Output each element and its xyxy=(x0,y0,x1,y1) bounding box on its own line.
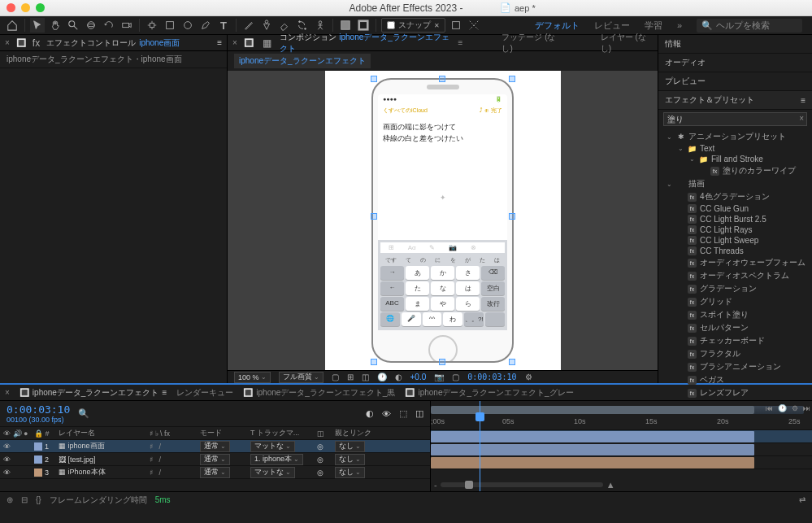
effect-item[interactable]: fxグラデーション xyxy=(658,282,812,295)
panel-menu-icon[interactable]: × xyxy=(232,38,237,47)
tl-zoom-in-icon[interactable]: ▲ xyxy=(603,480,619,490)
snap-option-2-icon[interactable] xyxy=(467,18,481,33)
camera-tool-icon[interactable] xyxy=(119,18,134,33)
clone-tool-icon[interactable] xyxy=(259,18,274,33)
quality-dropdown[interactable]: フル画質 xyxy=(279,372,323,383)
puppet-tool-icon[interactable] xyxy=(313,18,328,33)
tl-opt-icon[interactable]: ◐ xyxy=(366,408,374,419)
effect-controls-tab[interactable]: エフェクトコントロール iphone画面 xyxy=(46,37,180,49)
snap-checkbox[interactable] xyxy=(387,21,395,29)
tl-toggle-3-icon[interactable]: {} xyxy=(36,495,41,504)
effect-item[interactable]: fx4色グラデーション xyxy=(658,190,812,203)
orbit-tool-icon[interactable] xyxy=(84,18,98,33)
vf-channel-icon[interactable]: ▢ xyxy=(452,373,459,381)
tab-options-icon[interactable]: ≡ xyxy=(458,38,463,47)
vf-snapshot-icon[interactable]: 📷 xyxy=(434,373,444,381)
vf-mask-icon[interactable]: ◫ xyxy=(362,373,369,381)
exposure-value[interactable]: +0.0 xyxy=(410,373,427,381)
hand-tool-icon[interactable] xyxy=(48,18,63,33)
effect-item[interactable]: fxセルパターン xyxy=(658,321,812,334)
effect-item[interactable]: ⌄✱アニメーションプリセット xyxy=(658,130,812,143)
timeline-tab-0[interactable]: 🔳 iphoneデータ_ラクーンエフェクト ≡ xyxy=(20,387,167,399)
selection-tool-icon[interactable] xyxy=(30,18,45,33)
tl-toggle-1-icon[interactable]: ⊕ xyxy=(7,495,13,504)
maximize-button[interactable] xyxy=(36,3,45,12)
snap-toggle[interactable]: スナップ ✕ xyxy=(381,18,445,33)
workspace-default[interactable]: デフォルト xyxy=(535,20,580,32)
timeline-track[interactable] xyxy=(431,456,812,469)
rect-tool-icon[interactable] xyxy=(163,18,177,33)
tl-nav-icon[interactable]: 🕐 xyxy=(778,404,787,412)
vf-grid-icon[interactable]: ⊞ xyxy=(347,373,354,381)
roto-tool-icon[interactable] xyxy=(295,18,310,33)
timeline-tab-1[interactable]: レンダーキュー xyxy=(176,387,233,399)
composition-tab[interactable]: コンポジション iphoneデータ_ラクーンエフェクト xyxy=(280,32,451,54)
timeline-tab-2[interactable]: 🔳 iphoneデータ_ラクーンエフェクト_黒 xyxy=(243,387,395,399)
timeline-layer-row[interactable]: 👁 1 ▦ iphone画面 ♯ / 通常 マットな ◎ なし xyxy=(0,440,430,453)
timeline-track[interactable] xyxy=(431,430,812,443)
effect-item[interactable]: fxCC Glue Gun xyxy=(658,203,812,214)
timeline-tab-3[interactable]: 🔳 iphoneデータ_ラクーンエフェクト_グレー xyxy=(405,387,573,399)
time-ruler[interactable]: ;00s05s10s15s20s25s ⏮ 🕐 ⚙ ⏭ xyxy=(431,401,812,430)
effect-item[interactable]: fxCC Threads xyxy=(658,246,812,256)
home-icon[interactable] xyxy=(5,18,20,33)
tl-close-icon[interactable]: × xyxy=(5,388,10,397)
zoom-dropdown[interactable]: 100 % xyxy=(234,372,271,383)
vf-time-icon[interactable]: 🕐 xyxy=(377,373,387,381)
effect-item[interactable]: fxスポイト塗り xyxy=(658,308,812,321)
tl-opt-icon[interactable]: ⬚ xyxy=(399,408,407,419)
eraser-tool-icon[interactable] xyxy=(277,18,292,33)
effect-item[interactable]: ⌄📁Fill and Stroke xyxy=(658,154,812,164)
panel-lock-icon[interactable]: 🔳 xyxy=(244,38,254,47)
workspace-review[interactable]: レビュー xyxy=(594,20,630,32)
help-search[interactable]: 🔍 ヘルプを検索 xyxy=(697,19,802,33)
close-button[interactable] xyxy=(7,3,15,12)
info-panel-header[interactable]: 情報 xyxy=(658,35,812,54)
current-timecode[interactable]: 0:00:03:10 xyxy=(7,403,70,416)
effect-item[interactable]: fxオーディオウェーブフォーム xyxy=(658,256,812,269)
tl-toggle-2-icon[interactable]: ⊟ xyxy=(21,495,28,504)
timeline-zoom-slider[interactable] xyxy=(441,482,603,487)
workspace-learn[interactable]: 学習 xyxy=(645,20,662,32)
tl-nav-icon[interactable]: ⚙ xyxy=(792,404,798,412)
timeline-search-icon[interactable]: 🔍 xyxy=(78,408,89,419)
tl-switch-icon[interactable]: ⇄ xyxy=(799,495,805,504)
vf-alpha-icon[interactable]: ◐ xyxy=(395,373,402,381)
tl-opt-icon[interactable]: 👁 xyxy=(382,409,391,419)
text-tool-icon[interactable]: T xyxy=(216,18,231,33)
clear-search-icon[interactable]: × xyxy=(799,114,804,123)
playhead[interactable] xyxy=(480,401,480,491)
ellipse-tool-icon[interactable] xyxy=(180,18,195,33)
panel-options-icon[interactable]: ≡ xyxy=(217,38,222,47)
viewer[interactable]: ●●●●🔋 くすべてのiCloud ⤴ ⊕ 完了 画面の端に影をつけて 枠線の白… xyxy=(228,71,658,370)
effect-item[interactable]: fxフラクタル xyxy=(658,347,812,360)
vf-icon-1[interactable]: ▢ xyxy=(332,373,339,381)
tl-zoom-out-icon[interactable]: - xyxy=(431,480,441,490)
effect-item[interactable]: fx塗りのカラーワイプ xyxy=(658,164,812,177)
anchor-tool-icon[interactable] xyxy=(145,18,159,33)
rotate-tool-icon[interactable] xyxy=(102,18,116,33)
effect-item[interactable]: fxオーディオスペクトラム xyxy=(658,269,812,282)
footage-tab[interactable]: フッテージ (なし) xyxy=(502,32,561,54)
workspace-more-icon[interactable]: » xyxy=(677,20,682,30)
preview-panel-header[interactable]: プレビュー xyxy=(658,72,812,91)
effect-item[interactable]: fxチェッカーボード xyxy=(658,334,812,347)
stroke-swatch[interactable] xyxy=(356,18,371,33)
effects-presets-header[interactable]: エフェクト＆プリセット≡ xyxy=(658,91,812,110)
footer-timecode[interactable]: 0:00:03:10 xyxy=(467,373,516,381)
fill-swatch[interactable] xyxy=(338,18,353,33)
vf-more-icon[interactable]: ⚙ xyxy=(525,373,532,381)
panel-lock-icon[interactable]: 🔳 xyxy=(16,38,26,47)
layer-tab[interactable]: レイヤー (なし) xyxy=(601,32,653,54)
source-dropdown[interactable]: iphoneデータ_ラクーンエフェクト xyxy=(234,54,371,68)
effect-item[interactable]: fxブラシアニメーション xyxy=(658,360,812,373)
minimize-button[interactable] xyxy=(21,3,30,12)
timeline-layer-row[interactable]: 👁 2 🖼 [test.jpg] ♯ / 通常 1. iphone本 ◎ なし xyxy=(0,453,430,466)
pen-tool-icon[interactable] xyxy=(198,18,213,33)
tl-opt-icon[interactable]: ◫ xyxy=(415,408,423,419)
effect-item[interactable]: fxCC Light Sweep xyxy=(658,235,812,246)
timeline-track[interactable] xyxy=(431,443,812,456)
effect-item[interactable]: fxCC Light Rays xyxy=(658,224,812,235)
effect-item[interactable]: fxグリッド xyxy=(658,295,812,308)
snap-option-1-icon[interactable] xyxy=(449,18,463,33)
